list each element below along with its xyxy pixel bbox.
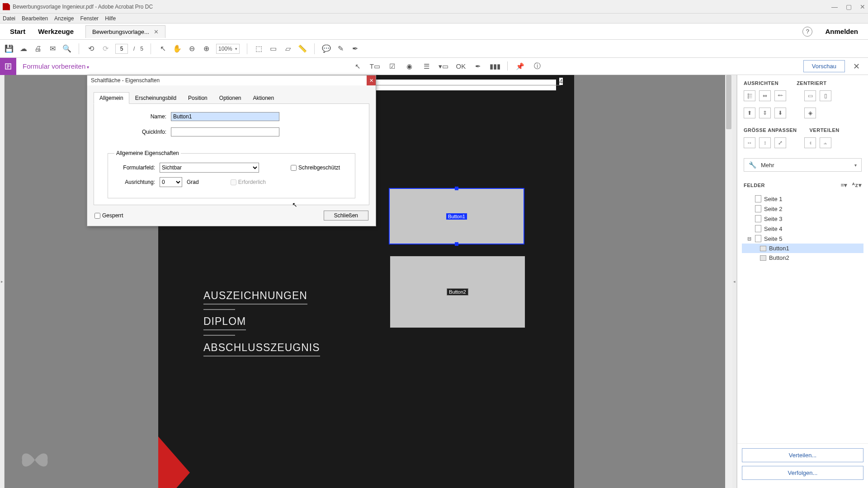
page-up-icon[interactable]: ⟲ bbox=[86, 44, 95, 53]
preview-button[interactable]: Vorschau bbox=[803, 60, 845, 72]
align-right-icon[interactable]: ⬴ bbox=[774, 90, 786, 101]
dialog-title: Schaltfläche - Eigenschaften bbox=[91, 77, 160, 84]
page-number-input[interactable] bbox=[115, 44, 128, 54]
zoom-in-icon[interactable]: ⊕ bbox=[202, 44, 211, 53]
menu-anzeige[interactable]: Anzeige bbox=[54, 15, 74, 22]
form-mode-dropdown[interactable]: Formular vorbereiten bbox=[16, 62, 92, 70]
titlebar: Bewerbungsvorlage Ingenieur.pdf - Adobe … bbox=[0, 0, 868, 14]
center-h-icon[interactable]: ▭ bbox=[804, 90, 816, 101]
tree-page-2[interactable]: Seite 2 bbox=[742, 204, 863, 214]
align-top-icon[interactable]: ⬆ bbox=[744, 108, 755, 118]
cloud-icon[interactable]: ☁ bbox=[19, 44, 28, 53]
barcode-tool-icon[interactable]: ▮▮▮ bbox=[490, 61, 500, 71]
menu-bearbeiten[interactable]: Bearbeiten bbox=[22, 15, 48, 22]
tree-page-4[interactable]: Seite 4 bbox=[742, 224, 863, 234]
checkbox-tool-icon[interactable]: ☑ bbox=[387, 61, 397, 71]
close-button[interactable]: ✕ bbox=[860, 3, 865, 10]
match-width-icon[interactable]: ↔ bbox=[744, 137, 755, 148]
button-tool-icon[interactable]: OK bbox=[456, 61, 466, 71]
close-form-mode-icon[interactable]: ✕ bbox=[849, 61, 863, 71]
select-tool-icon[interactable]: ↖ bbox=[353, 61, 363, 71]
tab-aktionen[interactable]: Aktionen bbox=[247, 92, 280, 104]
page-down-icon[interactable]: ⟳ bbox=[101, 44, 110, 53]
fit-width-icon[interactable]: ⬚ bbox=[255, 44, 264, 53]
center-v-icon[interactable]: ▯ bbox=[820, 90, 831, 101]
fit-visible-icon[interactable]: ▱ bbox=[283, 44, 292, 53]
signin-button[interactable]: Anmelden bbox=[819, 28, 864, 35]
align-middle-icon[interactable]: ⇕ bbox=[759, 108, 771, 118]
pointer-icon[interactable]: ↖ bbox=[158, 44, 167, 53]
tab-werkzeuge[interactable]: Werkzeuge bbox=[32, 24, 80, 39]
match-height-icon[interactable]: ↕ bbox=[759, 137, 771, 148]
save-icon[interactable]: 💾 bbox=[5, 44, 14, 53]
align-bottom-icon[interactable]: ⬇ bbox=[774, 108, 786, 118]
match-both-icon[interactable]: ⤢ bbox=[774, 137, 786, 148]
menu-fenster[interactable]: Fenster bbox=[80, 15, 99, 22]
right-panel-collapse[interactable] bbox=[732, 75, 737, 488]
distribute-v-icon[interactable]: ⫠ bbox=[820, 137, 831, 148]
dropdown-tool-icon[interactable]: ▾▭ bbox=[439, 61, 448, 71]
formularfeld-select[interactable]: Sichtbar bbox=[160, 163, 259, 173]
highlight-icon[interactable]: ✎ bbox=[336, 44, 345, 53]
tab-allgemein[interactable]: Allgemein bbox=[94, 92, 129, 104]
page-separator: / bbox=[133, 46, 135, 52]
fit-page-icon[interactable]: ▭ bbox=[269, 44, 278, 53]
hand-icon[interactable]: ✋ bbox=[173, 44, 182, 53]
tab-optionen[interactable]: Optionen bbox=[213, 92, 247, 104]
doc-heading-diplom: DIPLOM bbox=[203, 315, 246, 336]
track-form-button[interactable]: Verfolgen... bbox=[742, 466, 863, 480]
dialog-titlebar[interactable]: Schaltfläche - Eigenschaften ✕ bbox=[87, 75, 376, 85]
zoom-select[interactable]: 100% bbox=[216, 44, 240, 54]
listbox-tool-icon[interactable]: ☰ bbox=[421, 61, 431, 71]
more-dropdown[interactable]: 🔧 Mehr ▾ bbox=[744, 158, 862, 172]
signature-tool-icon[interactable]: ✒ bbox=[473, 61, 483, 71]
comment-icon[interactable]: 💬 bbox=[322, 44, 331, 53]
tree-button2[interactable]: Button2 bbox=[742, 253, 863, 263]
rp-felder-head: FELDER bbox=[744, 183, 765, 188]
ausrichtung-select[interactable]: 0 bbox=[160, 177, 182, 187]
document-tab[interactable]: Bewerbungsvorlage... ✕ bbox=[85, 25, 165, 38]
help-icon[interactable]: ? bbox=[802, 27, 812, 37]
distribute-form-button[interactable]: Verteilen... bbox=[742, 448, 863, 462]
zoom-out-icon[interactable]: ⊖ bbox=[187, 44, 196, 53]
dialog-close-icon[interactable]: ✕ bbox=[367, 75, 376, 85]
schliessen-button[interactable]: Schließen bbox=[324, 211, 368, 221]
sort-icon[interactable]: ≡▾ bbox=[840, 182, 848, 188]
tab-start[interactable]: Start bbox=[4, 24, 32, 39]
tab-position[interactable]: Position bbox=[182, 92, 213, 104]
print-icon[interactable]: 🖨 bbox=[33, 44, 42, 53]
tree-button1[interactable]: Button1 bbox=[742, 244, 863, 253]
taborder-icon[interactable]: ᴬz▾ bbox=[852, 182, 862, 188]
maximize-button[interactable]: ▢ bbox=[846, 3, 852, 10]
tree-page-1[interactable]: Seite 1 bbox=[742, 194, 863, 204]
ruler-icon[interactable]: 📏 bbox=[298, 44, 307, 53]
center-both-icon[interactable]: ◈ bbox=[804, 108, 816, 118]
vertical-scrollbar[interactable] bbox=[725, 75, 732, 488]
page-total: 5 bbox=[140, 46, 143, 52]
gesperrt-checkbox[interactable] bbox=[94, 213, 100, 219]
document-tab-close-icon[interactable]: ✕ bbox=[154, 28, 159, 35]
help-tool-icon[interactable]: ⓘ bbox=[532, 61, 542, 71]
menu-hilfe[interactable]: Hilfe bbox=[105, 15, 116, 22]
textfield-tool-icon[interactable]: T▭ bbox=[370, 61, 380, 71]
tab-erscheinungsbild[interactable]: Erscheinungsbild bbox=[129, 92, 182, 104]
minimize-button[interactable]: — bbox=[831, 3, 838, 10]
sign-icon[interactable]: ✒ bbox=[351, 44, 360, 53]
left-rail-expand[interactable] bbox=[0, 75, 5, 488]
quickinfo-input[interactable] bbox=[171, 127, 279, 136]
search-icon[interactable]: 🔍 bbox=[62, 44, 71, 53]
name-input[interactable] bbox=[171, 112, 279, 121]
tree-page-3[interactable]: Seite 3 bbox=[742, 214, 863, 224]
mail-icon[interactable]: ✉ bbox=[48, 44, 57, 53]
menu-datei[interactable]: Datei bbox=[3, 15, 15, 22]
radio-tool-icon[interactable]: ◉ bbox=[404, 61, 414, 71]
tree-page-5[interactable]: ⊟Seite 5 bbox=[742, 234, 863, 244]
doc-heading-auszeichnungen: AUSZEICHNUNGEN bbox=[203, 290, 307, 310]
form-field-button1[interactable]: Button1 bbox=[389, 188, 524, 244]
align-left-icon[interactable]: ⬱ bbox=[744, 90, 755, 101]
schreibgeschuetzt-checkbox[interactable] bbox=[291, 165, 297, 171]
distribute-h-icon[interactable]: ⫞ bbox=[804, 137, 816, 148]
form-field-button2[interactable]: Button2 bbox=[390, 256, 525, 328]
align-center-h-icon[interactable]: ⇔ bbox=[759, 90, 771, 101]
pin-tool-icon[interactable]: 📌 bbox=[515, 61, 525, 71]
